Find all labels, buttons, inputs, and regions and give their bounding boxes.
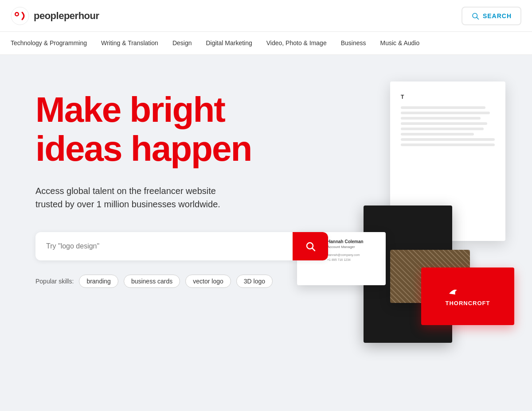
skill-tag-vector-logo[interactable]: vector logo: [185, 275, 231, 288]
hero-search-icon: [305, 241, 316, 252]
nav-item-marketing[interactable]: Digital Marketing: [206, 32, 252, 54]
header-search-label: SEARCH: [483, 12, 512, 19]
nav-item-writing[interactable]: Writing & Translation: [101, 32, 158, 54]
search-icon: [471, 12, 479, 20]
svg-line-5: [477, 17, 478, 19]
svg-point-1: [12, 8, 28, 24]
hero-subtitle: Access global talent on the freelancer w…: [35, 184, 293, 211]
logo[interactable]: peopleperhour: [11, 7, 99, 25]
hero-search-input[interactable]: [35, 233, 293, 259]
logo-icon: [11, 7, 29, 25]
doc-line-2: [401, 112, 490, 114]
doc-title: T: [401, 94, 495, 100]
logo-text: peopleperhour: [34, 10, 99, 22]
nav-item-music[interactable]: Music & Audio: [380, 32, 420, 54]
nav-item-video[interactable]: Video, Photo & Image: [266, 32, 327, 54]
doc-line-3: [401, 117, 481, 120]
hero-search-button[interactable]: [293, 232, 328, 260]
red-business-card: THORNCROFT: [421, 268, 514, 325]
doc-line-8: [401, 143, 495, 146]
hero-content: Make bright ideas happen Access global t…: [35, 90, 346, 288]
doc-line-4: [401, 122, 487, 125]
main-nav: Technology & Programming Writing & Trans…: [0, 32, 532, 55]
svg-point-3: [16, 13, 18, 15]
popular-skills-label: Popular skills:: [35, 278, 74, 285]
red-card-content: THORNCROFT: [446, 287, 490, 306]
skill-tag-3d-logo[interactable]: 3D logo: [236, 275, 273, 288]
hero-title-line2: ideas happen: [35, 129, 251, 168]
skill-tag-branding[interactable]: branding: [79, 275, 118, 288]
nav-item-design[interactable]: Design: [172, 32, 192, 54]
svg-line-7: [313, 248, 315, 251]
red-card-bird-icon: [446, 287, 490, 297]
hero-section: Make bright ideas happen Access global t…: [0, 55, 532, 392]
nav-item-tech[interactable]: Technology & Programming: [11, 32, 87, 54]
header: peopleperhour SEARCH: [0, 0, 532, 32]
popular-skills-row: Popular skills: branding business cards …: [35, 275, 346, 288]
doc-line-7: [401, 138, 495, 141]
doc-line-5: [401, 128, 484, 130]
hero-title-line1: Make bright: [35, 90, 225, 129]
header-search-button[interactable]: SEARCH: [462, 7, 521, 25]
red-card-company: THORNCROFT: [446, 300, 490, 306]
hero-title: Make bright ideas happen: [35, 90, 346, 168]
doc-line-1: [401, 106, 485, 109]
doc-line-6: [401, 133, 474, 136]
hero-search-box: [35, 232, 328, 260]
nav-item-business[interactable]: Business: [341, 32, 366, 54]
skill-tag-business-cards[interactable]: business cards: [124, 275, 180, 288]
